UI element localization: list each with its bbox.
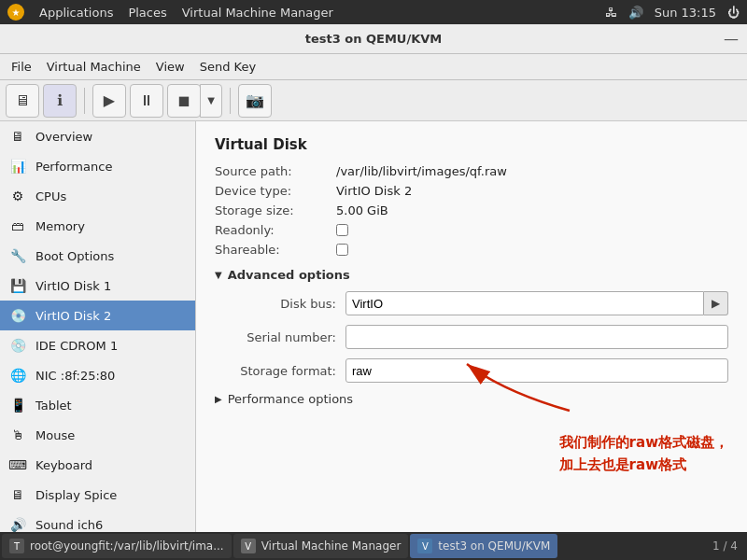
info-btn[interactable]: ℹ <box>43 84 77 118</box>
stop-btn[interactable]: ◼ <box>167 84 201 118</box>
perf-options-toggle[interactable]: ▶ Performance options <box>215 392 728 406</box>
clock: Sun 13:15 <box>655 6 716 20</box>
minimize-button[interactable]: — <box>723 31 740 48</box>
storage-size-label: Storage size: <box>215 203 336 217</box>
disk-bus-input[interactable] <box>345 291 704 315</box>
detail-title: Virtual Disk <box>215 136 728 153</box>
test3-status-item[interactable]: V test3 on QEMU/KVM <box>410 534 557 558</box>
shareable-checkbox[interactable] <box>336 244 348 256</box>
sidebar-item-display-spice[interactable]: 🖥 Display Spice <box>0 480 195 510</box>
sidebar-item-nic[interactable]: 🌐 NIC :8f:25:80 <box>0 360 195 390</box>
sidebar-item-tablet[interactable]: 📱 Tablet <box>0 390 195 420</box>
volume-icon: 🔊 <box>628 6 643 20</box>
display-spice-icon: 🖥 <box>7 484 28 505</box>
serial-number-input[interactable] <box>345 325 728 349</box>
sidebar-item-cpus[interactable]: ⚙ CPUs <box>0 181 195 211</box>
sidebar-item-memory[interactable]: 🗃 Memory <box>0 211 195 241</box>
readonly-checkbox[interactable] <box>336 224 348 236</box>
toolbar: 🖥 ℹ ▶ ⏸ ◼ ▼ 📷 <box>0 80 747 121</box>
applications-menu[interactable]: Applications <box>32 4 120 21</box>
tablet-icon: 📱 <box>7 395 28 415</box>
sidebar-item-keyboard[interactable]: ⌨ Keyboard <box>0 450 195 480</box>
sidebar-item-overview[interactable]: 🖥 Overview <box>0 121 195 151</box>
source-path-value: /var/lib/libvirt/images/qf.raw <box>336 164 507 178</box>
advanced-triangle-icon: ▼ <box>215 270 222 280</box>
sidebar-item-sound-ich6[interactable]: 🔊 Sound ich6 <box>0 510 195 532</box>
sidebar-item-mouse-label: Mouse <box>35 428 75 442</box>
sidebar-item-cpus-label: CPUs <box>35 189 66 203</box>
performance-icon: 📊 <box>7 156 28 176</box>
main-content: 🖥 Overview 📊 Performance ⚙ CPUs 🗃 Memory… <box>0 121 747 532</box>
sidebar-item-keyboard-label: Keyboard <box>35 458 92 472</box>
readonly-label: Readonly: <box>215 223 336 237</box>
test3-label: test3 on QEMU/KVM <box>438 539 550 553</box>
disk-bus-select-row: ▶ <box>345 291 728 315</box>
screenshot-btn[interactable]: 📷 <box>238 84 272 118</box>
power-icon[interactable]: ⏻ <box>727 6 740 20</box>
disk-bus-arrow-btn[interactable]: ▶ <box>704 291 728 315</box>
storage-size-row: Storage size: 5.00 GiB <box>215 203 728 217</box>
terminal-icon: T <box>9 539 24 553</box>
places-menu[interactable]: Places <box>120 4 174 21</box>
sidebar-item-sound-ich6-label: Sound ich6 <box>35 518 103 532</box>
ide-cdrom-1-icon: 💿 <box>7 335 28 356</box>
sidebar-item-display-spice-label: Display Spice <box>35 488 117 502</box>
overview-icon: 🖥 <box>7 126 28 147</box>
advanced-toggle-label: Advanced options <box>228 268 350 282</box>
storage-format-label: Storage format: <box>215 364 345 378</box>
sidebar-item-virtio-disk-1-label: VirtIO Disk 1 <box>35 279 111 293</box>
sidebar-item-performance[interactable]: 📊 Performance <box>0 151 195 181</box>
disk-bus-row: Disk bus: ▶ <box>215 291 728 315</box>
stop-dropdown[interactable]: ▼ <box>200 84 222 118</box>
source-path-label: Source path: <box>215 164 336 178</box>
toolbar-separator-1 <box>84 88 85 114</box>
nic-icon: 🌐 <box>7 365 28 385</box>
sidebar-item-virtio-disk-2[interactable]: 💿 VirtIO Disk 2 <box>0 301 195 330</box>
view-menu[interactable]: View <box>148 56 192 77</box>
menu-bar: File Virtual Machine View Send Key <box>0 54 747 80</box>
send-key-menu[interactable]: Send Key <box>192 56 263 77</box>
disk-bus-label: Disk bus: <box>215 297 345 311</box>
virtual-machine-menu[interactable]: Virtual Machine <box>39 56 148 77</box>
sidebar-item-ide-cdrom-1[interactable]: 💿 IDE CDROM 1 <box>0 330 195 360</box>
serial-number-label: Serial number: <box>215 330 345 344</box>
network-icon: 🖧 <box>605 6 617 20</box>
sidebar-item-mouse[interactable]: 🖱 Mouse <box>0 420 195 450</box>
device-type-value: VirtIO Disk 2 <box>336 184 412 198</box>
virtio-disk-2-icon: 💿 <box>7 305 28 326</box>
advanced-toggle[interactable]: ▼ Advanced options <box>215 268 728 282</box>
readonly-row: Readonly: <box>215 223 728 237</box>
vmm-menu[interactable]: Virtual Machine Manager <box>175 4 341 21</box>
cpus-icon: ⚙ <box>7 186 28 206</box>
sidebar-item-boot-options[interactable]: 🔧 Boot Options <box>0 241 195 271</box>
toolbar-separator-2 <box>230 88 231 114</box>
sound-ich6-icon: 🔊 <box>7 514 28 532</box>
storage-format-row: Storage format: <box>215 358 728 383</box>
detail-panel: Virtual Disk Source path: /var/lib/libvi… <box>196 121 747 532</box>
sidebar-item-overview-label: Overview <box>35 130 92 144</box>
sidebar-item-virtio-disk-2-label: VirtIO Disk 2 <box>35 309 111 323</box>
monitor-btn[interactable]: 🖥 <box>6 84 39 118</box>
file-menu[interactable]: File <box>4 56 39 77</box>
shareable-label: Shareable: <box>215 243 336 257</box>
device-type-row: Device type: VirtIO Disk 2 <box>215 184 728 198</box>
test3-icon: V <box>417 539 432 553</box>
terminal-label: root@youngfit:/var/lib/libvirt/ima... <box>30 539 224 553</box>
storage-format-input[interactable] <box>345 358 728 383</box>
top-bar-right: 🖧 🔊 Sun 13:15 ⏻ <box>605 6 740 20</box>
sidebar-item-tablet-label: Tablet <box>35 399 72 413</box>
terminal-status-item[interactable]: T root@youngfit:/var/lib/libvirt/ima... <box>2 534 232 558</box>
annotation-line-1: 我们制作的raw格式磁盘， <box>559 431 728 454</box>
sidebar-item-virtio-disk-1[interactable]: 💾 VirtIO Disk 1 <box>0 271 195 301</box>
vmm-icon: V <box>241 539 256 553</box>
pause-btn[interactable]: ⏸ <box>130 84 163 118</box>
sidebar: 🖥 Overview 📊 Performance ⚙ CPUs 🗃 Memory… <box>0 121 196 532</box>
sidebar-item-boot-options-label: Boot Options <box>35 249 114 263</box>
vmm-status-item[interactable]: V Virtual Machine Manager <box>233 534 409 558</box>
vmm-label: Virtual Machine Manager <box>261 539 402 553</box>
sidebar-item-memory-label: Memory <box>35 219 85 233</box>
top-bar: ★ Applications Places Virtual Machine Ma… <box>0 0 747 24</box>
source-path-row: Source path: /var/lib/libvirt/images/qf.… <box>215 164 728 178</box>
keyboard-icon: ⌨ <box>7 455 28 475</box>
run-btn[interactable]: ▶ <box>92 84 126 118</box>
